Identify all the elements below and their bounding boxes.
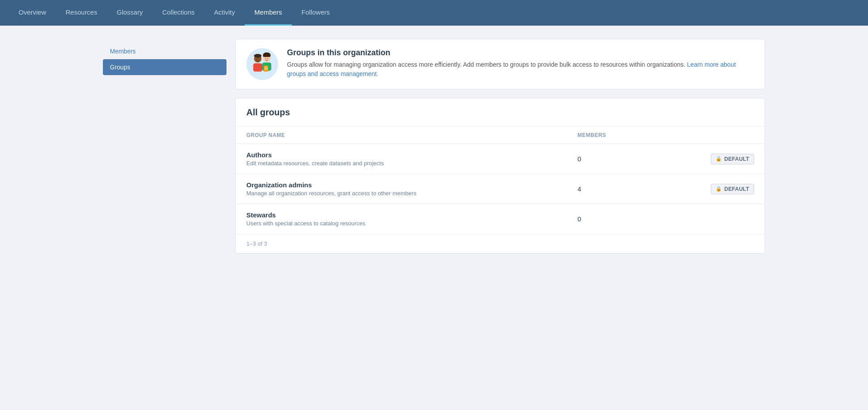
groups-card: All groups GROUP NAME MEMBERS AuthorsEdi… — [235, 98, 765, 254]
pagination: 1–3 of 3 — [236, 234, 765, 253]
group-members-cell: 0 — [567, 204, 653, 234]
group-name: Authors — [246, 151, 556, 159]
table-row: AuthorsEdit metadata resources, create d… — [236, 144, 765, 174]
group-description: Users with special access to catalog res… — [246, 220, 556, 227]
lock-icon: 🔒 — [716, 156, 722, 162]
group-members-count: 0 — [577, 155, 581, 163]
svg-point-4 — [256, 59, 257, 60]
nav-resources[interactable]: Resources — [56, 0, 107, 26]
svg-point-5 — [258, 59, 259, 60]
main-content: Groups in this organization Groups allow… — [235, 39, 765, 254]
group-name: Stewards — [246, 211, 556, 219]
info-card: Groups in this organization Groups allow… — [235, 39, 765, 89]
svg-point-10 — [265, 58, 266, 59]
groups-card-title: All groups — [236, 99, 765, 127]
nav-glossary[interactable]: Glossary — [107, 0, 152, 26]
group-badge-cell: 🔒DEFAULT — [653, 144, 765, 174]
col-header-badge — [653, 127, 765, 144]
table-row: StewardsUsers with special access to cat… — [236, 204, 765, 234]
groups-illustration — [246, 48, 278, 80]
group-badge-cell: 🔒DEFAULT — [653, 174, 765, 204]
group-name-cell: StewardsUsers with special access to cat… — [236, 204, 567, 234]
people-svg — [247, 49, 277, 79]
table-row: Organization adminsManage all organizati… — [236, 174, 765, 204]
group-members-count: 4 — [577, 185, 581, 193]
svg-point-11 — [268, 58, 268, 59]
svg-rect-2 — [253, 63, 262, 72]
group-description: Manage all organization resources, grant… — [246, 190, 556, 197]
group-name: Organization admins — [246, 181, 556, 189]
info-card-description: Groups allow for managing organization a… — [287, 60, 754, 79]
svg-point-3 — [254, 54, 261, 58]
info-card-text: Groups in this organization Groups allow… — [287, 48, 754, 79]
svg-rect-9 — [263, 54, 271, 57]
col-header-group-name: GROUP NAME — [236, 127, 567, 144]
sidebar-item-groups[interactable]: Groups — [103, 59, 226, 75]
group-description: Edit metadata resources, create datasets… — [246, 160, 556, 167]
page-body: Members Groups — [94, 26, 774, 267]
sidebar-item-members[interactable]: Members — [103, 43, 226, 59]
nav-followers[interactable]: Followers — [292, 0, 340, 26]
group-members-cell: 4 — [567, 174, 653, 204]
default-badge: 🔒DEFAULT — [711, 184, 754, 194]
top-nav: Overview Resources Glossary Collections … — [0, 0, 868, 26]
group-badge-cell — [653, 204, 765, 234]
nav-activity[interactable]: Activity — [204, 0, 245, 26]
nav-overview[interactable]: Overview — [9, 0, 56, 26]
nav-collections[interactable]: Collections — [152, 0, 204, 26]
info-card-title: Groups in this organization — [287, 48, 754, 57]
lock-icon: 🔒 — [716, 186, 722, 192]
group-name-cell: AuthorsEdit metadata resources, create d… — [236, 144, 567, 174]
svg-rect-12 — [264, 65, 268, 72]
sidebar: Members Groups — [103, 39, 226, 254]
svg-point-0 — [248, 50, 277, 79]
default-badge: 🔒DEFAULT — [711, 154, 754, 164]
col-header-members: MEMBERS — [567, 127, 653, 144]
table-header-row: GROUP NAME MEMBERS — [236, 127, 765, 144]
group-members-cell: 0 — [567, 144, 653, 174]
groups-table: GROUP NAME MEMBERS AuthorsEdit metadata … — [236, 127, 765, 234]
group-members-count: 0 — [577, 215, 581, 223]
group-name-cell: Organization adminsManage all organizati… — [236, 174, 567, 204]
nav-members[interactable]: Members — [245, 0, 292, 26]
